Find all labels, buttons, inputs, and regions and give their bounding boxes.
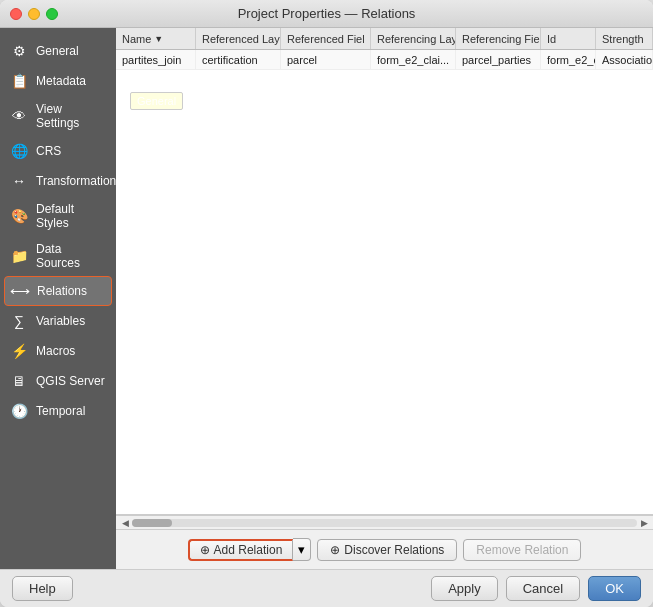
footer: Help Apply Cancel OK (0, 569, 653, 607)
cell-strength: Association (596, 50, 653, 69)
window-title: Project Properties — Relations (238, 6, 416, 21)
sidebar-item-general[interactable]: ⚙ General General (0, 36, 116, 66)
add-relation-dropdown-button[interactable]: ▾ (293, 538, 311, 561)
general-tooltip: General (130, 92, 183, 110)
qgis-server-icon: 🖥 (10, 372, 28, 390)
add-relation-label: Add Relation (214, 543, 283, 557)
sidebar-label-crs: CRS (36, 144, 61, 158)
variables-icon: ∑ (10, 312, 28, 330)
horizontal-scrollbar-area: ◀ ▶ (116, 515, 653, 529)
sidebar-label-general: General (36, 44, 79, 58)
temporal-icon: 🕐 (10, 402, 28, 420)
add-relation-button[interactable]: Add Relation (188, 539, 294, 561)
horizontal-scrollbar[interactable] (132, 519, 637, 527)
cell-name: partites_join (116, 50, 196, 69)
sidebar-label-default-styles: Default Styles (36, 202, 106, 230)
main-content: ⚙ General General 📋 Metadata 👁 View Sett… (0, 28, 653, 569)
scroll-left-arrow[interactable]: ◀ (118, 516, 132, 530)
discover-relations-label: Discover Relations (344, 543, 444, 557)
sidebar-label-metadata: Metadata (36, 74, 86, 88)
view-settings-icon: 👁 (10, 107, 28, 125)
scroll-right-arrow[interactable]: ▶ (637, 516, 651, 530)
ok-button[interactable]: OK (588, 576, 641, 601)
sidebar-label-relations: Relations (37, 284, 87, 298)
sort-arrow-name: ▼ (154, 34, 163, 44)
sidebar-item-macros[interactable]: ⚡ Macros (0, 336, 116, 366)
sidebar-label-macros: Macros (36, 344, 75, 358)
general-icon: ⚙ (10, 42, 28, 60)
cell-ref-field: parcel (281, 50, 371, 69)
sidebar-label-transformations: Transformations (36, 174, 122, 188)
col-header-ref-layer: Referenced Lay (196, 28, 281, 49)
sidebar-item-view-settings[interactable]: 👁 View Settings (0, 96, 116, 136)
transformations-icon: ↔ (10, 172, 28, 190)
sidebar-item-data-sources[interactable]: 📁 Data Sources (0, 236, 116, 276)
col-header-refing-layer: Referencing Lay (371, 28, 456, 49)
col-header-refing-field: Referencing Fiel (456, 28, 541, 49)
sidebar-item-qgis-server[interactable]: 🖥 QGIS Server (0, 366, 116, 396)
footer-left: Help (12, 576, 73, 601)
default-styles-icon: 🎨 (10, 207, 28, 225)
discover-relations-icon (330, 543, 340, 557)
close-button[interactable] (10, 8, 22, 20)
col-header-ref-field: Referenced Fiel (281, 28, 371, 49)
add-relation-icon (200, 543, 210, 557)
sidebar-label-data-sources: Data Sources (36, 242, 106, 270)
title-bar: Project Properties — Relations (0, 0, 653, 28)
relations-table[interactable]: Name ▼ Referenced Lay Referenced Fiel Re… (116, 28, 653, 515)
sidebar-item-variables[interactable]: ∑ Variables (0, 306, 116, 336)
sidebar-label-view-settings: View Settings (36, 102, 106, 130)
table-header: Name ▼ Referenced Lay Referenced Fiel Re… (116, 28, 653, 50)
table-row[interactable]: partites_join certification parcel form_… (116, 50, 653, 70)
footer-center-right: Apply Cancel OK (431, 576, 641, 601)
sidebar: ⚙ General General 📋 Metadata 👁 View Sett… (0, 28, 116, 569)
minimize-button[interactable] (28, 8, 40, 20)
maximize-button[interactable] (46, 8, 58, 20)
scrollbar-thumb[interactable] (132, 519, 172, 527)
bottom-toolbar: Add Relation ▾ Discover Relations Remove… (116, 529, 653, 569)
cell-refing-layer: form_e2_clai... (371, 50, 456, 69)
right-panel: Name ▼ Referenced Lay Referenced Fiel Re… (116, 28, 653, 569)
project-properties-window: Project Properties — Relations ⚙ General… (0, 0, 653, 607)
traffic-lights (10, 8, 58, 20)
cancel-button[interactable]: Cancel (506, 576, 580, 601)
macros-icon: ⚡ (10, 342, 28, 360)
sidebar-item-default-styles[interactable]: 🎨 Default Styles (0, 196, 116, 236)
crs-icon: 🌐 (10, 142, 28, 160)
data-sources-icon: 📁 (10, 247, 28, 265)
apply-button[interactable]: Apply (431, 576, 498, 601)
cell-refing-field: parcel_parties (456, 50, 541, 69)
discover-relations-button[interactable]: Discover Relations (317, 539, 457, 561)
sidebar-item-temporal[interactable]: 🕐 Temporal (0, 396, 116, 426)
remove-relation-label: Remove Relation (476, 543, 568, 557)
sidebar-item-transformations[interactable]: ↔ Transformations (0, 166, 116, 196)
remove-relation-button[interactable]: Remove Relation (463, 539, 581, 561)
help-button[interactable]: Help (12, 576, 73, 601)
col-header-strength: Strength (596, 28, 653, 49)
add-relation-split-button: Add Relation ▾ (188, 538, 312, 561)
col-header-name: Name ▼ (116, 28, 196, 49)
metadata-icon: 📋 (10, 72, 28, 90)
cell-id: form_e2_cl_p... (541, 50, 596, 69)
sidebar-label-variables: Variables (36, 314, 85, 328)
col-header-id: Id (541, 28, 596, 49)
relations-icon: ⟷ (11, 282, 29, 300)
sidebar-label-temporal: Temporal (36, 404, 85, 418)
sidebar-label-qgis-server: QGIS Server (36, 374, 105, 388)
cell-ref-layer: certification (196, 50, 281, 69)
sidebar-item-relations[interactable]: ⟷ Relations (4, 276, 112, 306)
sidebar-item-metadata[interactable]: 📋 Metadata (0, 66, 116, 96)
sidebar-item-crs[interactable]: 🌐 CRS (0, 136, 116, 166)
